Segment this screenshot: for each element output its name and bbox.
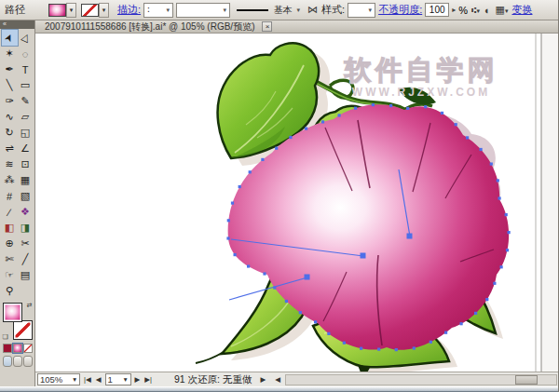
chevron-down-icon: ▾ [297,7,301,14]
full-screen-menu-mode-button[interactable] [13,356,22,367]
gradient-tool[interactable]: ▧ [18,188,34,204]
blend-tool[interactable]: ❖ [18,204,34,220]
fill-swatch[interactable] [3,303,22,322]
slice-tool[interactable]: ✂ [18,236,34,251]
document-titlebar[interactable]: 2007910111558686 [转换].ai* @ 105% (RGB/预览… [35,20,558,34]
paint-mode-row [3,344,33,353]
status-display-menu[interactable]: 91 次还原: 无重做 ▶ ◀ [174,373,281,386]
chevron-down-icon: ▾ [224,7,227,14]
smooth-tool[interactable]: ∿ [2,109,18,125]
selection-tool[interactable]: ➤ [2,30,18,46]
toolbox-collapse-header[interactable]: « [0,20,34,29]
transform-panel-link[interactable]: 变换 [511,3,532,17]
fill-color-swatch[interactable] [48,4,66,17]
live-paint-selection-tool[interactable]: ◨ [18,220,34,236]
opacity-mask-icon[interactable]: ⑆▾ [470,6,481,15]
swap-fill-stroke-icon[interactable]: ⇄ [27,302,33,309]
opacity-panel-link[interactable]: 不透明度: [378,3,422,17]
empty [18,283,34,299]
chevron-down-icon: ▾ [369,7,373,14]
stroke-color-swatch[interactable] [81,4,99,17]
scrollbar-thumb[interactable] [515,375,538,385]
recolor-artwork-icon[interactable]: ⋈ [307,4,319,16]
full-screen-mode-button[interactable] [23,356,33,367]
lasso-tool[interactable]: ◌ [18,46,34,61]
zoom-tool[interactable]: ⚲ [2,283,18,299]
previous-page-button[interactable]: ◀ [95,375,102,384]
rotate-tool[interactable]: ↻ [2,125,18,141]
warp-tool[interactable]: ≋ [2,156,18,172]
crop-area-tool[interactable]: ⊕ [2,236,18,251]
stroke-panel-link[interactable]: 描边: [117,3,141,17]
magic-wand-tool[interactable]: ✶ [2,46,18,61]
gradient-button[interactable] [13,344,22,353]
zoom-value: 105% [40,374,62,385]
column-graph-tool[interactable]: ▦ [18,172,34,188]
chevron-down-icon: ▾ [72,375,77,384]
chevron-down-icon: ▾ [123,375,129,384]
artwork [35,34,558,372]
rectangle-tool[interactable]: ▭ [18,77,34,93]
opacity-spinner-icon[interactable]: ▸ [452,6,456,14]
direct-selection-tool[interactable]: ▷ [18,30,34,46]
style-select[interactable]: ▾ [348,3,375,18]
fill-stroke-area: ⇄ ❏ [3,302,33,341]
type-tool[interactable]: T [18,61,34,77]
free-transform-tool[interactable]: ⊡ [18,156,34,172]
first-page-button[interactable]: |◀ [83,375,92,384]
reflect-tool[interactable]: ⇌ [2,141,18,156]
control-bar: 路径 ▾ ▾ 描边: ∶ ▾ ▾ 基本 ▾ ⋈ 样式: ▾ 不透明度: 1 [0,0,558,20]
artboard-canvas[interactable]: 软件自学网 WWW.RJZXW.COM [35,34,558,372]
panel-collapse-icon: ◀ [274,375,281,384]
collapse-arrows-icon: « [3,20,6,27]
live-paint-bucket-tool[interactable]: ◧ [2,220,18,236]
document-window: 2007910111558686 [转换].ai* @ 105% (RGB/预览… [35,20,558,386]
status-menu-arrow-icon: ▶ [259,375,266,384]
normal-screen-mode-button[interactable] [3,356,12,367]
opacity-input[interactable]: 100 [425,3,449,17]
horizontal-scrollbar[interactable] [285,374,557,385]
default-fill-stroke-icon[interactable]: ❏ [3,333,8,341]
brush-stroke-preview [237,9,268,11]
sphere-icon[interactable]: ◐ [484,5,492,16]
window-bottom-edge [0,386,558,392]
screen-mode-row [3,356,33,367]
scissors-tool[interactable]: ✄ [2,251,18,267]
zoom-level-select[interactable]: 105% ▾ [37,373,80,385]
document-title: 2007910111558686 [转换].ai* @ 105% (RGB/预览… [45,20,254,34]
path-eraser-tool[interactable]: ▱ [18,109,34,125]
status-bar: 105% ▾ |◀ ◀ 1 ▾ ▶ ▶| 91 次还原: 无重做 ▶ ◀ [35,372,558,386]
scale-tool[interactable]: ◱ [18,125,34,141]
page-number-select[interactable]: 1 ▾ [105,373,131,385]
color-button[interactable] [3,344,12,353]
toolbox-grid: ➤▷✶◌✒T╲▭✑✎∿▱↻◱⇌∠≋⊡⁂▦#▧∕❖◧◨⊕✂✄╱☞▤⚲ [2,30,34,299]
variable-width-select[interactable]: ▾ [176,3,230,18]
knife-tool[interactable]: ╱ [18,251,34,267]
symbol-sprayer-tool[interactable]: ⁂ [2,172,18,188]
stroke-dropdown-arrow[interactable]: ▾ [99,3,109,18]
shear-tool[interactable]: ∠ [18,141,34,156]
brush-name: 基本 [274,4,293,17]
bezier-handle-point[interactable] [407,234,412,238]
align-panel-icon[interactable]: ▦▾ [495,4,510,16]
page-tool[interactable]: ▤ [18,267,34,283]
close-icon[interactable]: × [262,21,272,32]
line-segment-tool[interactable]: ╲ [2,77,18,93]
stroke-weight-select[interactable]: ∶ ▾ [143,3,173,18]
brush-definition-select[interactable]: 基本 ▾ [233,3,304,18]
next-page-button[interactable]: ▶ [134,375,142,384]
bezier-handle-point[interactable] [305,275,309,279]
fill-dropdown-arrow[interactable]: ▾ [66,3,76,18]
selection-type-label: 路径 [5,3,25,17]
paintbrush-tool[interactable]: ✑ [2,93,18,109]
stroke-swatch[interactable] [13,320,33,340]
none-button[interactable] [23,344,33,353]
eyedropper-tool[interactable]: ∕ [2,204,18,220]
pen-tool[interactable]: ✒ [2,61,18,77]
hand-tool[interactable]: ☞ [2,267,18,283]
mesh-tool[interactable]: # [2,188,18,204]
status-text: 91 次还原: 无重做 [174,373,252,386]
last-page-button[interactable]: ▶| [143,375,153,384]
bezier-handle-point[interactable] [361,253,365,258]
pencil-tool[interactable]: ✎ [18,93,34,109]
